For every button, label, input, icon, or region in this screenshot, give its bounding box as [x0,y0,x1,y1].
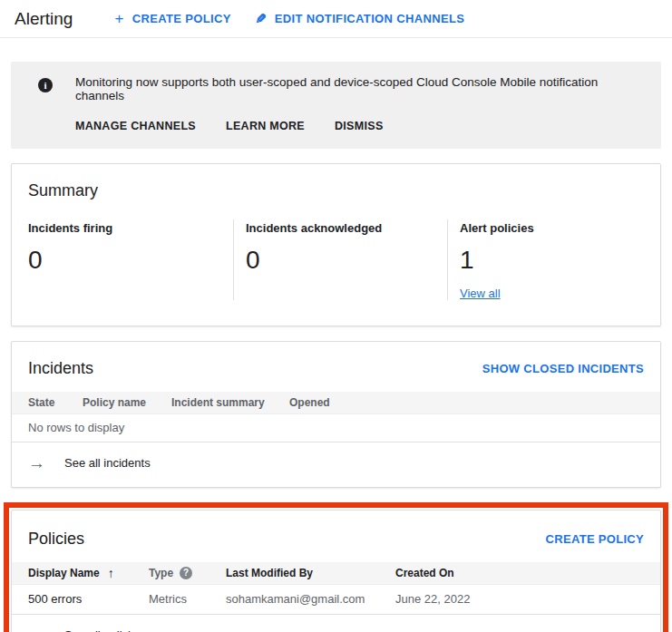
incidents-card: Incidents SHOW CLOSED INCIDENTS State Po… [11,341,661,488]
incidents-empty-message: No rows to display [12,414,660,442]
pencil-icon: ✎ [255,12,267,25]
incidents-table-header: State Policy name Incident summary Opene… [12,392,660,414]
policy-row[interactable]: 500 errors Metrics sohamkamani@gmail.com… [12,585,660,615]
banner-actions: MANAGE CHANNELS LEARN MORE DISMISS [75,120,647,132]
incidents-card-head: Incidents SHOW CLOSED INCIDENTS [12,342,660,392]
stat-incidents-acknowledged: Incidents acknowledged 0 [233,219,447,300]
create-policy-button[interactable]: + CREATE POLICY [114,11,230,26]
sort-ascending-icon: ↑ [108,566,114,580]
column-last-modified-by: Last Modified By [226,567,395,579]
show-closed-incidents-button[interactable]: SHOW CLOSED INCIDENTS [482,362,644,375]
policies-card: Policies CREATE POLICY Display Name ↑ Ty… [11,510,661,632]
stat-label: Alert policies [460,221,651,235]
column-created-on: Created On [395,567,660,579]
banner-body: Monitoring now supports both user-scoped… [75,75,647,132]
column-type-label: Type [149,567,173,579]
column-type[interactable]: Type ? [149,567,226,579]
see-all-incidents-label: See all incidents [64,456,151,470]
create-policy-link[interactable]: CREATE POLICY [546,532,644,546]
arrow-right-icon: → [28,454,45,472]
create-policy-label: CREATE POLICY [132,12,231,25]
policies-card-head: Policies CREATE POLICY [12,510,660,562]
stat-incidents-firing: Incidents firing 0 [12,219,233,300]
policies-table-header: Display Name ↑ Type ? Last Modified By C… [12,562,660,585]
policy-last-modified-by: sohamkamani@gmail.com [226,592,395,606]
help-icon: ? [180,567,192,579]
arrow-right-icon: → [28,627,45,632]
column-display-name[interactable]: Display Name ↑ [28,566,149,580]
column-policy-name: Policy name [83,396,171,409]
policy-created-on: June 22, 2022 [395,592,660,606]
summary-title: Summary [28,181,98,200]
page-title: Alerting [15,9,73,29]
policies-title: Policies [28,530,84,549]
see-all-policies-link[interactable]: → See all policies [12,615,660,632]
stat-label: Incidents acknowledged [246,221,438,235]
stat-alert-policies: Alert policies 1 View all [447,219,660,300]
edit-channels-label: EDIT NOTIFICATION CHANNELS [275,12,465,25]
summary-stats: Incidents firing 0 Incidents acknowledge… [12,214,660,326]
see-all-incidents-link[interactable]: → See all incidents [12,442,660,487]
dismiss-button[interactable]: DISMISS [335,120,384,132]
see-all-policies-label: See all policies [64,628,143,632]
notification-banner: i Monitoring now supports both user-scop… [11,62,661,149]
column-incident-summary: Incident summary [171,396,289,409]
edit-notification-channels-button[interactable]: ✎ EDIT NOTIFICATION CHANNELS [255,12,465,25]
column-display-name-label: Display Name [28,567,100,579]
stat-value: 0 [28,247,224,275]
info-icon: i [38,78,53,92]
summary-card: Summary Incidents firing 0 Incidents ack… [11,163,661,326]
summary-card-head: Summary [12,164,660,214]
policies-highlight-box: Policies CREATE POLICY Display Name ↑ Ty… [4,502,668,632]
stat-label: Incidents firing [28,221,224,235]
incidents-title: Incidents [28,359,93,378]
top-bar: Alerting + CREATE POLICY ✎ EDIT NOTIFICA… [0,0,672,38]
policy-display-name: 500 errors [28,592,149,606]
manage-channels-button[interactable]: MANAGE CHANNELS [75,120,196,132]
column-state: State [28,396,83,409]
learn-more-button[interactable]: LEARN MORE [226,120,305,132]
policy-type: Metrics [149,592,226,606]
view-all-link[interactable]: View all [460,287,501,300]
banner-message: Monitoring now supports both user-scoped… [75,75,647,102]
stat-value: 1 [460,247,651,275]
plus-icon: + [114,11,123,26]
column-opened: Opened [289,396,660,409]
stat-value: 0 [246,247,438,275]
